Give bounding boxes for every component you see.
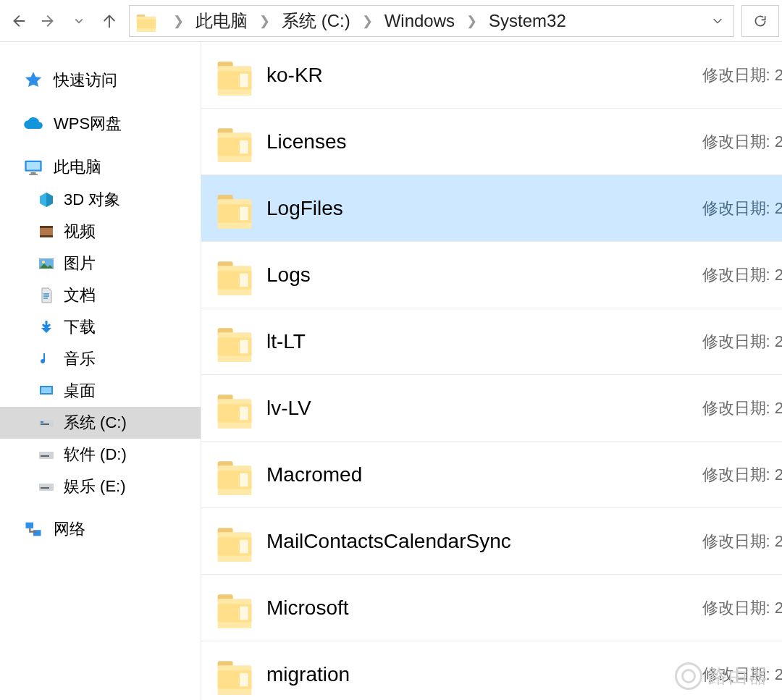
folder-name: Microsoft (266, 596, 702, 620)
folder-name: ko-KR (266, 64, 702, 87)
sidebar-this-pc[interactable]: 此电脑 (0, 151, 201, 184)
sidebar-item-drive-e[interactable]: 娱乐 (E:) (0, 471, 201, 502)
back-button[interactable] (3, 6, 33, 36)
folder-icon (214, 321, 255, 362)
svg-rect-26 (240, 73, 248, 87)
folder-name: migration (266, 663, 702, 686)
svg-rect-38 (240, 273, 248, 287)
sidebar-item-label: 桌面 (64, 380, 96, 402)
sidebar-label: 快速访问 (54, 69, 117, 91)
svg-rect-8 (40, 226, 53, 228)
modified-label: 修改日期: 2 (702, 664, 782, 686)
modified-label: 修改日期: 2 (702, 464, 782, 486)
sidebar-quick-access[interactable]: 快速访问 (0, 64, 201, 97)
sidebar-item-label: 3D 对象 (64, 189, 120, 211)
sidebar-item-3d-objects[interactable]: 3D 对象 (0, 184, 201, 216)
chevron-down-icon (712, 15, 723, 27)
modified-label: 修改日期: 2 (702, 131, 782, 153)
svg-rect-13 (41, 387, 51, 393)
chevron-right-icon: ❯ (362, 13, 373, 29)
folder-row[interactable]: Licenses修改日期: 2 (201, 109, 782, 175)
sidebar-item-label: 视频 (64, 221, 96, 243)
chevron-down-icon (74, 16, 84, 26)
desktop-icon (38, 382, 55, 400)
sidebar-item-documents[interactable]: 文档 (0, 279, 201, 311)
folder-icon (214, 255, 255, 295)
folder-row[interactable]: lt-LT修改日期: 2 (201, 308, 782, 375)
folder-name: Licenses (266, 130, 702, 153)
sidebar-item-label: 音乐 (64, 348, 96, 370)
folder-row[interactable]: ko-KR修改日期: 2 (201, 42, 782, 109)
star-icon (23, 70, 43, 90)
svg-rect-5 (31, 172, 36, 174)
folder-icon (214, 455, 255, 495)
sidebar-label: 网络 (54, 518, 85, 540)
drive-icon (38, 414, 55, 431)
modified-label: 修改日期: 2 (702, 531, 782, 552)
sidebar-item-drive-d[interactable]: 软件 (D:) (0, 439, 201, 471)
svg-rect-30 (240, 140, 248, 153)
svg-rect-16 (41, 421, 43, 423)
modified-label: 修改日期: 2 (702, 64, 782, 86)
folder-name: Logs (266, 263, 702, 287)
sidebar-item-pictures[interactable]: 图片 (0, 248, 201, 279)
breadcrumb-segment[interactable]: Windows (382, 6, 458, 36)
chevron-right-icon: ❯ (173, 13, 184, 29)
download-icon (38, 319, 55, 336)
film-icon (38, 223, 55, 240)
path-dropdown-button[interactable] (706, 6, 729, 36)
sidebar-wps-drive[interactable]: WPS网盘 (0, 107, 201, 140)
folder-icon (214, 588, 255, 628)
svg-rect-42 (240, 340, 248, 353)
sidebar-item-videos[interactable]: 视频 (0, 216, 201, 248)
svg-rect-50 (240, 473, 248, 486)
chevron-right-icon: ❯ (466, 13, 477, 29)
breadcrumb-segment[interactable]: 系统 (C:) (279, 6, 353, 36)
folder-row[interactable]: Microsoft修改日期: 2 (201, 575, 782, 641)
modified-label: 修改日期: 2 (702, 331, 782, 353)
arrow-right-icon (41, 13, 56, 29)
svg-rect-15 (41, 423, 49, 425)
svg-rect-34 (240, 206, 248, 220)
folder-name: Macromed (266, 463, 702, 486)
svg-rect-58 (240, 606, 248, 620)
sidebar: 快速访问 WPS网盘 此电脑 3D 对象 视频 图片 (0, 42, 201, 700)
sidebar-item-music[interactable]: 音乐 (0, 343, 201, 375)
sidebar-item-desktop[interactable]: 桌面 (0, 375, 201, 407)
recent-locations-button[interactable] (64, 6, 94, 36)
refresh-icon (753, 14, 768, 28)
folder-row[interactable]: Macromed修改日期: 2 (201, 442, 782, 508)
music-icon (38, 350, 55, 368)
svg-rect-18 (41, 455, 49, 457)
file-list: ko-KR修改日期: 2Licenses修改日期: 2LogFiles修改日期:… (201, 42, 782, 700)
folder-row[interactable]: migration修改日期: 2 (201, 641, 782, 700)
sidebar-label: 此电脑 (54, 156, 101, 178)
breadcrumb-segment[interactable]: 此电脑 (193, 6, 251, 36)
sidebar-item-drive-c[interactable]: 系统 (C:) (0, 407, 201, 439)
breadcrumb-segment[interactable]: System32 (486, 6, 569, 36)
arrow-up-icon (101, 13, 117, 29)
folder-row[interactable]: LogFiles修改日期: 2 (201, 175, 782, 242)
modified-label: 修改日期: 2 (702, 264, 782, 286)
sidebar-network[interactable]: 网络 (0, 513, 201, 546)
folder-icon (214, 654, 255, 695)
breadcrumb-path[interactable]: ❯ 此电脑 ❯ 系统 (C:) ❯ Windows ❯ System32 (129, 5, 734, 37)
svg-rect-62 (240, 672, 248, 686)
sidebar-item-label: 下载 (64, 316, 96, 338)
sidebar-item-downloads[interactable]: 下载 (0, 311, 201, 343)
folder-row[interactable]: lv-LV修改日期: 2 (201, 375, 782, 442)
sidebar-item-label: 文档 (64, 284, 96, 306)
folder-name: LogFiles (266, 197, 702, 220)
folder-row[interactable]: MailContactsCalendarSync修改日期: 2 (201, 508, 782, 575)
network-icon (23, 519, 43, 539)
refresh-button[interactable] (741, 5, 779, 37)
up-button[interactable] (94, 6, 125, 36)
modified-label: 修改日期: 2 (702, 198, 782, 219)
folder-icon (135, 10, 157, 32)
folder-row[interactable]: Logs修改日期: 2 (201, 242, 782, 308)
document-icon (38, 287, 55, 304)
folder-icon (214, 55, 255, 96)
cube-icon (38, 191, 55, 208)
svg-rect-20 (41, 487, 49, 489)
forward-button[interactable] (33, 6, 64, 36)
